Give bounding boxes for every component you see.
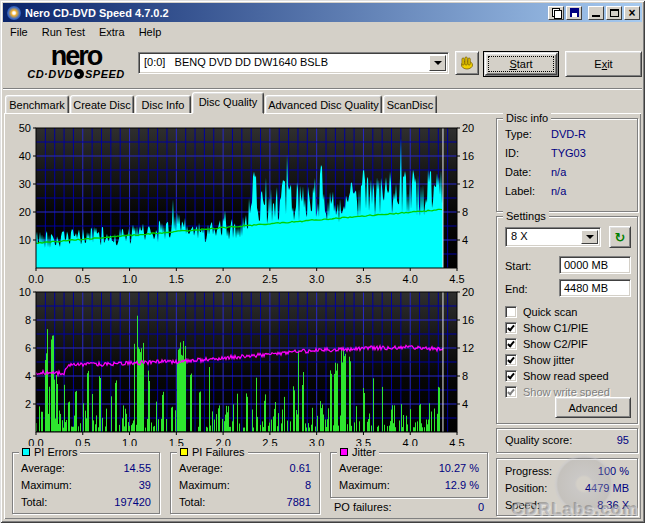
jitter-panel: Jitter Average:10.27 % Maximum:12.9 % (330, 452, 488, 498)
jitter-legend: Jitter (337, 446, 379, 458)
disc-date-label: Date: (505, 166, 531, 178)
logo-speed: SPEED (85, 68, 125, 80)
app-window: Nero CD-DVD Speed 4.7.0.2 × File Run Tes… (0, 0, 645, 523)
disc-type-value: DVD-R (551, 128, 586, 140)
svg-text:2.5: 2.5 (262, 437, 277, 446)
speed-select[interactable]: 8 X (505, 227, 601, 247)
svg-text:1.0: 1.0 (122, 437, 137, 446)
svg-text:2: 2 (25, 398, 31, 410)
speed-select-value: 8 X (511, 230, 528, 242)
quality-score-label: Quality score: (505, 434, 572, 446)
checkbox-show-c2-pif[interactable]: Show C2/PIF (505, 337, 588, 351)
refresh-icon: ↻ (615, 231, 626, 244)
settings-panel: Settings 8 X ↻ Start: 0000 MB End: 4480 … (496, 216, 638, 424)
position-row: Position:4479 MB (505, 482, 629, 494)
exit-button-label: Exit (594, 58, 612, 70)
svg-text:8: 8 (25, 314, 31, 326)
svg-text:12: 12 (462, 342, 474, 354)
jitter-maximum-row: Maximum:12.9 % (339, 479, 479, 491)
checkbox-show-jitter[interactable]: Show jitter (505, 353, 574, 367)
pi-errors-panel: PI Errors Average:14.55 Maximum:39 Total… (12, 452, 160, 514)
chevron-down-icon (434, 61, 442, 65)
checkbox-box (505, 322, 517, 334)
eject-button[interactable] (455, 51, 479, 75)
logo-cd-dvd: CD·DVD (27, 68, 73, 80)
checkbox-box (505, 306, 517, 318)
menu-extra[interactable]: Extra (92, 24, 132, 40)
close-icon: × (628, 8, 635, 18)
checkbox-show-c1-pie[interactable]: Show C1/PIE (505, 321, 588, 335)
save-button[interactable] (566, 6, 582, 20)
svg-text:4.0: 4.0 (403, 437, 418, 446)
checkbox-quick-scan[interactable]: Quick scan (505, 305, 577, 319)
advanced-button[interactable]: Advanced (555, 397, 631, 418)
settings-title: Settings (503, 210, 549, 222)
disc-label-value: n/a (551, 185, 566, 197)
svg-text:12: 12 (462, 178, 474, 190)
toolbar: nero CD·DVD SPEED [0:0] BENQ DVD DD DW16… (3, 41, 642, 89)
svg-text:4.5: 4.5 (449, 437, 464, 446)
pi-failures-legend: PI Failures (177, 446, 248, 458)
close-button[interactable]: × (624, 6, 640, 20)
maximize-button[interactable] (606, 6, 622, 20)
copy-button[interactable] (548, 6, 564, 20)
svg-text:0.5: 0.5 (75, 437, 90, 446)
pi-errors-maximum-row: Maximum:39 (21, 479, 151, 491)
checkbox-box (505, 370, 517, 382)
exit-button[interactable]: Exit (565, 51, 642, 77)
tab-create-disc[interactable]: Create Disc (70, 95, 134, 114)
check-icon (507, 371, 515, 379)
pi-errors-legend: PI Errors (19, 446, 80, 458)
tab-scandisc[interactable]: ScanDisc (383, 95, 437, 114)
progress-row: Progress:100 % (505, 465, 629, 477)
svg-text:50: 50 (19, 122, 31, 134)
menu-file[interactable]: File (3, 24, 35, 40)
speed-row: Speed:8.36 X (505, 499, 629, 511)
nero-logo-text: nero (17, 44, 135, 68)
pi-failures-maximum-row: Maximum:8 (179, 479, 311, 491)
drive-select[interactable]: [0:0] BENQ DVD DD DW1640 BSLB (138, 52, 449, 74)
svg-text:3.5: 3.5 (356, 437, 371, 446)
checkbox-box (505, 386, 517, 398)
start-position-label: Start: (505, 260, 531, 272)
checkbox-label: Show C1/PIE (523, 322, 588, 334)
start-button[interactable]: Start (483, 51, 559, 77)
minimize-button[interactable] (588, 6, 604, 20)
checkbox-box (505, 338, 517, 350)
nero-logo: nero CD·DVD SPEED (17, 44, 135, 80)
pi-failures-title: PI Failures (192, 446, 245, 458)
svg-text:30: 30 (19, 178, 31, 190)
svg-text:4: 4 (462, 234, 468, 246)
pi-failures-average-row: Average:0.61 (179, 462, 311, 474)
disc-info-title: Disc info (503, 112, 551, 124)
svg-text:0.0: 0.0 (28, 437, 43, 446)
tab-disc-quality[interactable]: Disc Quality (192, 92, 264, 114)
svg-text:16: 16 (462, 314, 474, 326)
svg-text:20: 20 (462, 286, 474, 298)
menu-run-test[interactable]: Run Test (35, 24, 92, 40)
refresh-button[interactable]: ↻ (609, 226, 631, 248)
checkbox-label: Show C2/PIF (523, 338, 588, 350)
tab-benchmark[interactable]: Benchmark (5, 95, 69, 114)
tab-disc-info[interactable]: Disc Info (135, 95, 191, 114)
drive-select-dropdown-button[interactable] (429, 55, 446, 71)
svg-text:20: 20 (462, 122, 474, 134)
quality-score-panel: Quality score: 95 (496, 428, 638, 453)
check-icon (507, 323, 515, 331)
start-position-field[interactable]: 0000 MB (559, 256, 631, 274)
menu-help[interactable]: Help (132, 24, 169, 40)
title-bar: Nero CD-DVD Speed 4.7.0.2 × (3, 3, 642, 22)
pi-failures-jitter-chart: 246810481216200.00.51.01.52.02.53.03.54.… (6, 283, 490, 446)
maximize-icon (610, 9, 619, 17)
chevron-down-icon (586, 235, 594, 239)
end-position-field[interactable]: 4480 MB (559, 279, 631, 297)
tab-advanced-disc-quality[interactable]: Advanced Disc Quality (265, 95, 382, 114)
svg-text:8: 8 (462, 370, 468, 382)
end-position-label: End: (505, 283, 528, 295)
po-failures-value: 0 (478, 501, 484, 513)
speed-select-dropdown-button[interactable] (581, 230, 598, 244)
checkbox-show-read-speed[interactable]: Show read speed (505, 369, 609, 383)
menu-bar: File Run Test Extra Help (3, 22, 642, 41)
svg-text:6: 6 (25, 342, 31, 354)
svg-text:10: 10 (19, 286, 31, 298)
